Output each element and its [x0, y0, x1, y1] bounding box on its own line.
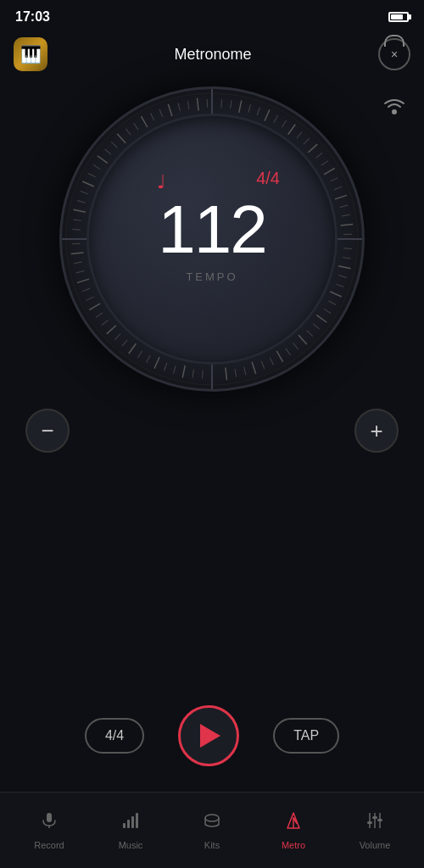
- dial-divider-right: [337, 238, 362, 240]
- svg-point-99: [205, 815, 219, 821]
- svg-line-74: [77, 200, 85, 203]
- svg-line-14: [308, 144, 317, 153]
- svg-line-36: [307, 331, 313, 337]
- status-time: 17:03: [15, 9, 50, 25]
- dial-area[interactable]: ♩ 4/4 112 TEMPO: [0, 86, 424, 392]
- drum-icon: [203, 811, 221, 835]
- svg-line-86: [151, 114, 154, 121]
- play-icon: [200, 724, 220, 748]
- svg-line-65: [77, 279, 89, 283]
- time-signature-button[interactable]: 4/4: [85, 718, 144, 754]
- svg-line-7: [257, 108, 259, 115]
- svg-line-54: [146, 355, 150, 363]
- svg-rect-95: [123, 823, 126, 828]
- nav-item-record[interactable]: Record: [8, 803, 90, 850]
- svg-rect-108: [372, 816, 377, 819]
- nav-label-kits: Kits: [204, 840, 220, 850]
- sliders-icon: [365, 811, 384, 835]
- svg-line-75: [81, 191, 88, 193]
- play-button[interactable]: [178, 705, 239, 766]
- svg-line-21: [340, 205, 349, 207]
- svg-line-35: [313, 324, 320, 329]
- nav-label-volume: Volume: [360, 840, 391, 850]
- nav-label-music: Music: [119, 840, 143, 850]
- svg-line-23: [341, 225, 354, 226]
- tempo-controls: − +: [0, 409, 424, 453]
- svg-line-46: [226, 368, 227, 381]
- svg-line-71: [72, 229, 81, 230]
- svg-line-61: [96, 313, 103, 317]
- dial-inner: ♩ 4/4 112 TEMPO: [89, 116, 335, 362]
- svg-line-5: [239, 100, 242, 112]
- svg-line-63: [86, 297, 94, 300]
- tempo-label: TEMPO: [186, 270, 237, 283]
- svg-line-27: [343, 258, 351, 259]
- status-bar: 17:03: [0, 0, 424, 31]
- metro-icon: [284, 811, 303, 835]
- svg-line-87: [159, 109, 163, 117]
- page-title: Metronome: [174, 46, 251, 64]
- close-button[interactable]: ×: [378, 38, 410, 70]
- svg-line-66: [76, 271, 85, 273]
- svg-line-44: [244, 367, 246, 376]
- svg-rect-96: [127, 820, 130, 828]
- svg-rect-97: [131, 816, 134, 828]
- svg-line-60: [102, 320, 109, 326]
- increase-tempo-button[interactable]: +: [354, 409, 399, 453]
- nav-item-kits[interactable]: Kits: [171, 803, 253, 850]
- svg-line-77: [88, 173, 96, 177]
- tempo-value: 112: [158, 196, 265, 264]
- svg-line-88: [168, 104, 172, 116]
- svg-rect-109: [367, 821, 372, 824]
- app-logo[interactable]: 🎹: [14, 37, 47, 71]
- svg-line-52: [164, 363, 166, 370]
- svg-point-0: [392, 109, 397, 114]
- nav-item-volume[interactable]: Volume: [334, 803, 416, 850]
- playback-controls: 4/4 TAP: [0, 705, 424, 766]
- svg-line-29: [338, 275, 346, 278]
- svg-line-10: [282, 120, 286, 127]
- svg-line-91: [198, 98, 199, 111]
- svg-line-39: [286, 348, 290, 355]
- svg-line-55: [137, 351, 142, 358]
- svg-line-26: [343, 248, 352, 249]
- wireless-area: [380, 93, 409, 122]
- svg-line-72: [73, 220, 81, 220]
- svg-line-89: [178, 103, 180, 112]
- svg-line-8: [265, 109, 270, 120]
- svg-line-73: [73, 209, 85, 212]
- svg-line-64: [82, 288, 90, 292]
- svg-line-67: [74, 262, 82, 264]
- svg-line-37: [298, 335, 307, 344]
- svg-line-56: [129, 343, 137, 353]
- svg-line-32: [328, 301, 336, 305]
- decrease-tempo-button[interactable]: −: [25, 409, 70, 453]
- svg-line-33: [324, 309, 331, 313]
- svg-line-34: [316, 315, 326, 323]
- svg-line-41: [270, 358, 273, 365]
- nav-item-music[interactable]: Music: [90, 803, 171, 850]
- bottom-nav: Record Music Kits: [0, 792, 424, 868]
- svg-line-22: [342, 214, 350, 216]
- svg-line-18: [331, 178, 338, 181]
- tap-button[interactable]: TAP: [273, 718, 339, 754]
- svg-line-62: [89, 303, 100, 309]
- svg-line-68: [71, 253, 84, 254]
- svg-line-12: [297, 131, 302, 138]
- svg-line-42: [261, 361, 265, 369]
- svg-line-82: [117, 134, 126, 143]
- tempo-dial[interactable]: ♩ 4/4 112 TEMPO: [59, 86, 365, 392]
- svg-rect-93: [47, 813, 52, 822]
- svg-line-28: [338, 266, 350, 269]
- bars-icon: [121, 811, 140, 835]
- nav-item-metro[interactable]: Metro: [253, 803, 334, 850]
- dial-divider-left: [62, 238, 87, 240]
- svg-line-50: [182, 365, 185, 377]
- svg-line-83: [126, 129, 131, 136]
- svg-line-45: [235, 369, 237, 377]
- svg-line-40: [276, 351, 282, 362]
- wireless-icon[interactable]: [380, 93, 409, 122]
- svg-line-53: [154, 357, 159, 368]
- note-icon: ♩: [157, 171, 165, 193]
- svg-line-81: [111, 142, 117, 147]
